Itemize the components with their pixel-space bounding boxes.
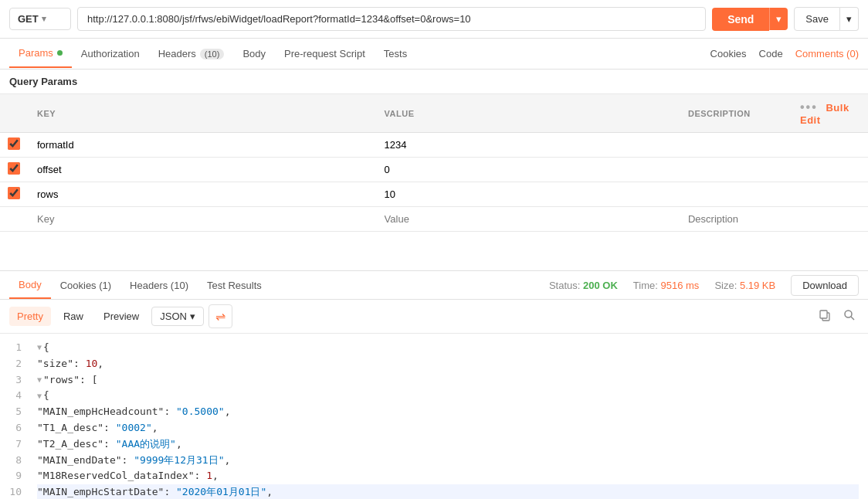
save-button-group: Save ▾	[794, 7, 859, 31]
row-key-input[interactable]	[28, 182, 375, 206]
row-checkbox-cell	[0, 133, 28, 158]
save-dropdown-button[interactable]: ▾	[840, 7, 859, 31]
code-line: "T2_A_desc": "AAA的说明",	[37, 436, 859, 453]
row-checkbox[interactable]	[8, 162, 20, 175]
table-row	[0, 182, 868, 207]
code-line: "MAIN_endDate": "9999年12月31日",	[37, 453, 859, 469]
code-link[interactable]: Code	[759, 48, 783, 59]
code-toolbar: Pretty Raw Preview JSON ▾ ⇌	[0, 300, 868, 334]
fold-button[interactable]: ▼	[37, 374, 42, 386]
format-dropdown[interactable]: JSON ▾	[151, 307, 204, 326]
tab-tests[interactable]: Tests	[375, 40, 416, 67]
code-line: ▼{	[37, 340, 859, 356]
line-numbers: 12345678910111213141516171819	[0, 334, 28, 499]
row-key-input[interactable]	[28, 158, 375, 182]
tab-params[interactable]: Params	[9, 39, 72, 68]
code-tab-pretty[interactable]: Pretty	[9, 307, 51, 326]
tabs-right-group: Cookies Code Comments (0)	[710, 48, 859, 59]
col-value: VALUE	[375, 94, 679, 133]
code-line: "MAIN_empHcHeadcount": "0.5000",	[37, 404, 859, 420]
tab-prerequest[interactable]: Pre-request Script	[275, 40, 375, 67]
response-status-group: Status: 200 OK Time: 9516 ms Size: 5.19 …	[549, 275, 859, 296]
placeholder-desc-cell	[679, 207, 791, 232]
params-active-dot	[57, 50, 63, 56]
fold-button[interactable]: ▼	[37, 390, 42, 402]
code-actions-group	[815, 306, 859, 328]
code-tab-raw[interactable]: Raw	[56, 307, 91, 326]
row-desc-cell	[679, 133, 791, 158]
tab-headers[interactable]: Headers (10)	[149, 40, 234, 67]
table-row	[0, 133, 868, 158]
row-checkbox[interactable]	[8, 137, 20, 150]
send-button-group: Send ▾	[712, 8, 788, 31]
url-bar: GET ▾ Send ▾ Save ▾	[0, 0, 868, 39]
tab-authorization[interactable]: Authorization	[72, 40, 149, 67]
code-line: "T1_A_desc": "0002",	[37, 420, 859, 436]
row-desc-input[interactable]	[679, 133, 791, 157]
row-value-input[interactable]	[375, 182, 679, 206]
resp-tab-body[interactable]: Body	[9, 272, 51, 299]
fold-button[interactable]: ▼	[37, 341, 42, 354]
code-line: ▼ "rows": [	[37, 372, 859, 389]
time-label: Time: 9516 ms	[633, 280, 700, 291]
params-table-body	[0, 133, 868, 232]
status-label: Status: 200 OK	[549, 280, 618, 291]
method-chevron-icon: ▾	[42, 14, 46, 24]
svg-point-2	[845, 311, 852, 317]
col-actions: ••• Bulk Edit	[791, 94, 868, 133]
code-tab-preview[interactable]: Preview	[96, 307, 147, 326]
placeholder-value-input[interactable]	[375, 207, 679, 231]
row-value-input[interactable]	[375, 158, 679, 182]
more-options-icon[interactable]: •••	[800, 100, 818, 114]
code-content[interactable]: ▼{ "size": 10,▼ "rows": [▼ { "MAIN_empHc…	[28, 334, 868, 499]
row-key-cell	[28, 182, 375, 207]
row-checkbox-cell	[0, 158, 28, 182]
code-line: "MAIN_empHcStartDate": "2020年01月01日",	[37, 484, 859, 499]
send-button[interactable]: Send	[712, 8, 769, 31]
row-desc-input[interactable]	[679, 182, 791, 206]
row-desc-input[interactable]	[679, 158, 791, 182]
status-value: 200 OK	[583, 280, 618, 291]
method-select[interactable]: GET ▾	[9, 8, 71, 30]
params-section: Query Params KEY VALUE DESCRIPTION ••• B…	[0, 70, 868, 270]
row-desc-cell	[679, 158, 791, 182]
placeholder-value-cell	[375, 207, 679, 232]
tab-body[interactable]: Body	[233, 40, 275, 67]
row-value-input[interactable]	[375, 133, 679, 157]
row-delete-cell	[791, 158, 868, 182]
placeholder-check-cell	[0, 207, 28, 232]
params-table: KEY VALUE DESCRIPTION ••• Bulk Edit	[0, 94, 868, 232]
col-check	[0, 94, 28, 133]
row-key-cell	[28, 133, 375, 158]
placeholder-desc-input[interactable]	[679, 207, 791, 231]
search-button[interactable]	[840, 306, 859, 328]
row-value-cell	[375, 133, 679, 158]
wrap-icon[interactable]: ⇌	[209, 304, 232, 328]
download-button[interactable]: Download	[791, 275, 859, 296]
copy-button[interactable]	[815, 306, 834, 328]
size-value: 5.19 KB	[740, 280, 775, 291]
table-row	[0, 158, 868, 182]
row-checkbox-cell	[0, 182, 28, 207]
resp-tab-headers[interactable]: Headers (10)	[120, 273, 198, 298]
svg-rect-1	[820, 311, 827, 318]
resp-tab-test-results[interactable]: Test Results	[198, 273, 271, 298]
svg-line-3	[851, 317, 854, 320]
code-line: "M18ReservedCol_dataIndex": 1,	[37, 468, 859, 484]
code-section: Pretty Raw Preview JSON ▾ ⇌ 123456789101…	[0, 300, 868, 499]
format-label: JSON	[160, 311, 187, 322]
send-dropdown-button[interactable]: ▾	[769, 8, 788, 30]
row-delete-cell	[791, 182, 868, 207]
row-key-input[interactable]	[28, 133, 375, 157]
save-button[interactable]: Save	[794, 7, 840, 31]
row-value-cell	[375, 182, 679, 207]
comments-link[interactable]: Comments (0)	[795, 48, 859, 59]
row-value-cell	[375, 158, 679, 182]
method-value: GET	[18, 13, 39, 25]
placeholder-key-input[interactable]	[28, 207, 375, 231]
url-input[interactable]	[77, 7, 706, 31]
row-checkbox[interactable]	[8, 187, 20, 199]
resp-tab-cookies[interactable]: Cookies (1)	[51, 273, 120, 298]
cookies-link[interactable]: Cookies	[710, 48, 747, 59]
col-description: DESCRIPTION	[679, 94, 791, 133]
